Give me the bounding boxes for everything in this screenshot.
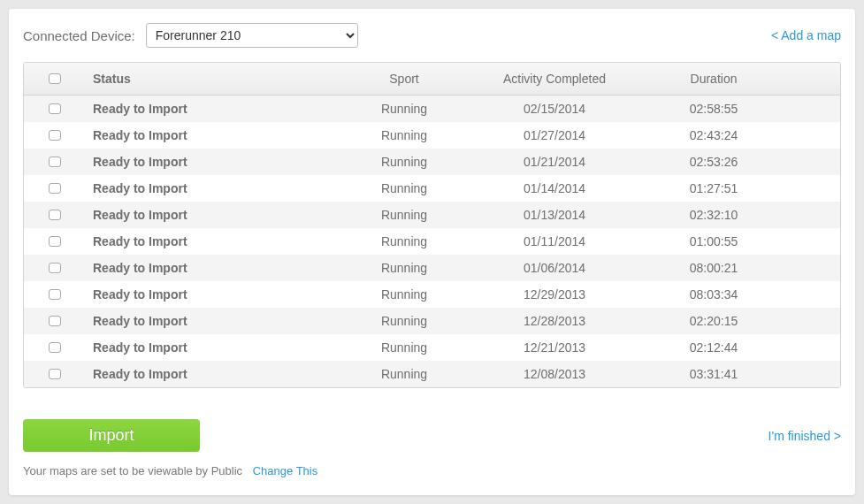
table-body[interactable]: Ready to ImportRunning02/15/201402:58:55… bbox=[24, 95, 840, 387]
row-checkbox[interactable] bbox=[49, 130, 61, 141]
device-label: Connected Device: bbox=[23, 28, 135, 43]
import-panel: Connected Device: Forerunner 210 < Add a… bbox=[9, 9, 855, 495]
row-checkbox[interactable] bbox=[49, 342, 61, 353]
table-header: Status Sport Activity Completed Duration bbox=[24, 63, 840, 95]
table-row: Ready to ImportRunning12/08/201303:31:41 bbox=[24, 361, 840, 387]
table-row: Ready to ImportRunning01/21/201402:53:26 bbox=[24, 149, 840, 175]
table-row: Ready to ImportRunning01/13/201402:32:10 bbox=[24, 202, 840, 228]
header-sport: Sport bbox=[333, 63, 475, 95]
top-bar: Connected Device: Forerunner 210 < Add a… bbox=[23, 23, 841, 48]
row-checkbox[interactable] bbox=[49, 183, 61, 194]
header-date: Activity Completed bbox=[475, 63, 634, 95]
finished-link[interactable]: I'm finished > bbox=[768, 429, 841, 443]
import-button[interactable]: Import bbox=[23, 419, 200, 452]
privacy-note: Your maps are set to be viewable by Publ… bbox=[23, 464, 841, 477]
row-checkbox[interactable] bbox=[49, 369, 61, 379]
row-duration: 03:31:41 bbox=[634, 358, 793, 387]
footer: Import I'm finished > Your maps are set … bbox=[23, 398, 841, 477]
add-map-link[interactable]: < Add a map bbox=[771, 28, 841, 42]
table-row: Ready to ImportRunning01/11/201401:00:55 bbox=[24, 228, 840, 255]
device-select[interactable]: Forerunner 210 bbox=[146, 23, 358, 48]
table-row: Ready to ImportRunning12/29/201308:03:34 bbox=[24, 281, 840, 308]
row-checkbox[interactable] bbox=[49, 103, 61, 114]
table-row: Ready to ImportRunning12/28/201302:20:15 bbox=[24, 308, 840, 334]
select-all-checkbox[interactable] bbox=[49, 73, 61, 84]
row-checkbox[interactable] bbox=[49, 263, 61, 273]
table-row: Ready to ImportRunning12/21/201302:12:44 bbox=[24, 334, 840, 361]
row-sport: Running bbox=[333, 358, 475, 387]
table-row: Ready to ImportRunning01/27/201402:43:24 bbox=[24, 122, 840, 149]
header-status: Status bbox=[86, 63, 333, 95]
row-checkbox[interactable] bbox=[49, 316, 61, 326]
table-row: Ready to ImportRunning01/14/201401:27:51 bbox=[24, 175, 840, 202]
change-privacy-link[interactable]: Change This bbox=[253, 464, 317, 477]
row-date: 12/08/2013 bbox=[475, 358, 634, 387]
row-checkbox[interactable] bbox=[49, 236, 61, 247]
row-checkbox[interactable] bbox=[49, 289, 61, 300]
table-row: Ready to ImportRunning01/06/201408:00:21 bbox=[24, 255, 840, 281]
row-checkbox[interactable] bbox=[49, 210, 61, 220]
table-row: Ready to ImportRunning02/15/201402:58:55 bbox=[24, 95, 840, 122]
row-status: Ready to Import bbox=[86, 358, 333, 387]
footer-top: Import I'm finished > bbox=[23, 419, 841, 452]
row-checkbox[interactable] bbox=[49, 157, 61, 167]
header-duration: Duration bbox=[634, 63, 793, 95]
activity-table: Status Sport Activity Completed Duration… bbox=[23, 62, 841, 388]
row-checkbox-cell bbox=[24, 358, 86, 387]
privacy-text: Your maps are set to be viewable by Publ… bbox=[23, 464, 242, 477]
header-checkbox-cell bbox=[24, 63, 86, 95]
